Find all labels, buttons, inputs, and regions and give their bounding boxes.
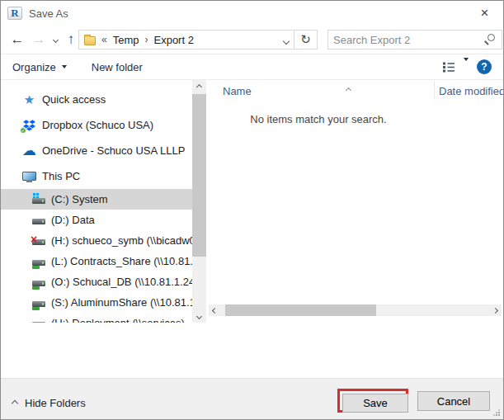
view-mode-chevron-icon[interactable] <box>464 61 469 73</box>
window-title: Save As <box>29 7 68 20</box>
hide-folders-button[interactable]: Hide Folders <box>12 397 86 409</box>
scroll-left-icon[interactable] <box>209 304 221 316</box>
sidebar-item-label: Quick access <box>42 93 106 106</box>
annotation-box-save: Save <box>337 389 408 413</box>
sidebar-item-drive-l[interactable]: (L:) Contracts_Share (\\10.81.1.244) <box>1 251 192 271</box>
sidebar-item-label: (H:) schueco_symb (\\bicadw01.bi <box>51 234 192 247</box>
organize-button[interactable]: Organize <box>12 61 67 73</box>
search-box <box>327 30 502 50</box>
sidebar-item-drive-o[interactable]: (O:) Schucal_DB (\\10.81.1.244) <box>1 271 192 292</box>
sidebar-item-dropbox[interactable]: ✓ Dropbox (Schuco USA) <box>1 112 192 138</box>
dialog-footer: Hide Folders Save Cancel <box>1 378 503 419</box>
scrollbar-track[interactable] <box>221 304 489 316</box>
sidebar-item-label: (L:) Contracts_Share (\\10.81.1.244) <box>51 255 192 267</box>
cancel-button[interactable]: Cancel <box>417 391 490 411</box>
sort-ascending-icon[interactable] <box>346 83 351 95</box>
folder-icon <box>84 36 96 45</box>
scroll-down-icon[interactable] <box>192 309 206 323</box>
drive-icon <box>32 214 46 227</box>
organize-label: Organize <box>12 61 56 73</box>
refresh-icon[interactable]: ↻ <box>294 30 318 50</box>
breadcrumb-overflow[interactable]: « <box>101 34 107 45</box>
file-fields-section: File name: Save as type: Revit Family (*… <box>1 323 503 378</box>
column-header-date-modified[interactable]: Date modified <box>439 85 504 97</box>
quick-access-icon: ★ <box>22 92 36 106</box>
revit-app-icon: R <box>7 7 22 20</box>
breadcrumb[interactable]: « Temp › Export 2 <box>78 30 294 50</box>
this-pc-monitor-icon <box>22 170 36 183</box>
sidebar-item-label: This PC <box>42 170 80 182</box>
view-mode-icon[interactable] <box>442 62 455 73</box>
sidebar-item-label: Dropbox (Schuco USA) <box>42 119 153 131</box>
navigation-bar: ← → ↑ « Temp › Export 2 ↻ <box>1 26 503 54</box>
column-header-row: Name Date modified <box>206 80 503 101</box>
sidebar-item-onedrive[interactable]: ☁ OneDrive - Schuco USA LLLP <box>1 138 192 163</box>
sidebar-item-label: (C:) System <box>51 193 108 205</box>
scroll-up-icon[interactable] <box>192 80 206 93</box>
sidebar-item-label: (O:) Schucal_DB (\\10.81.1.244) <box>51 276 192 288</box>
sidebar-item-drive-h[interactable]: × (H:) schueco_symb (\\bicadw01.bi <box>1 230 192 251</box>
new-folder-button[interactable]: New folder <box>92 61 143 73</box>
network-drive-icon <box>32 276 46 289</box>
sidebar-item-label: (S:) AluminumShare (\\10.81.1.244 <box>51 296 192 309</box>
system-drive-icon <box>32 193 46 206</box>
sidebar-item-label: OneDrive - Schuco USA LLLP <box>42 144 185 157</box>
scrollbar-thumb[interactable] <box>225 304 376 316</box>
sidebar-item-drive-s[interactable]: (S:) AluminumShare (\\10.81.1.244 <box>1 292 192 313</box>
column-header-name[interactable]: Name <box>223 85 252 97</box>
sync-ok-badge-icon: ✓ <box>20 127 26 134</box>
sidebar-item-label: (D:) Data <box>51 214 95 226</box>
help-icon[interactable]: ? <box>477 59 492 74</box>
resize-grip[interactable] <box>492 408 500 416</box>
navigation-pane: ★ Quick access ✓ Dropbox (Schuco USA) <box>1 80 192 323</box>
onedrive-cloud-icon: ☁ <box>22 144 36 158</box>
empty-results-message: No items match your search. <box>206 113 431 125</box>
search-input[interactable] <box>328 31 484 48</box>
scroll-right-icon[interactable] <box>489 304 502 316</box>
address-dropdown-chevron-icon[interactable] <box>284 34 289 46</box>
title-bar: R Save As × <box>1 1 503 26</box>
file-list-pane: Name Date modified No items match your s… <box>206 80 503 323</box>
sidebar-item-quick-access[interactable]: ★ Quick access <box>1 87 192 112</box>
sidebar-item-drive-c[interactable]: (C:) System <box>1 189 192 210</box>
hide-folders-chevron-icon <box>12 399 18 406</box>
breadcrumb-item-temp[interactable]: Temp <box>113 34 139 46</box>
network-drive-icon <box>32 255 46 268</box>
sidebar-scrollbar[interactable] <box>192 80 206 323</box>
sidebar-item-label: (U:) Deployment (\\services) <box>51 317 185 323</box>
organize-dropdown-icon <box>62 65 67 68</box>
forward-icon: → <box>29 26 49 54</box>
sidebar-item-drive-d[interactable]: (D:) Data <box>1 210 192 230</box>
dialog-body: ★ Quick access ✓ Dropbox (Schuco USA) <box>1 80 503 323</box>
new-folder-label: New folder <box>92 61 143 73</box>
breadcrumb-item-export2[interactable]: Export 2 <box>153 34 193 46</box>
close-icon[interactable]: × <box>466 1 503 26</box>
back-icon[interactable]: ← <box>7 26 27 54</box>
command-toolbar: Organize New folder ? <box>1 54 503 80</box>
search-icon[interactable] <box>484 34 496 45</box>
file-list-horizontal-scrollbar[interactable] <box>209 304 502 316</box>
breadcrumb-separator-icon: › <box>144 34 148 45</box>
recent-locations-chevron-icon[interactable] <box>49 26 62 54</box>
dropbox-icon: ✓ <box>22 118 36 132</box>
disconnected-network-drive-icon: × <box>32 234 46 248</box>
save-as-dialog: R Save As × ← → ↑ « Temp › Export 2 ↻ Or… <box>0 0 504 420</box>
save-button[interactable]: Save <box>342 394 408 413</box>
up-icon[interactable]: ↑ <box>62 26 80 54</box>
scrollbar-thumb[interactable] <box>192 94 206 257</box>
column-divider[interactable] <box>434 82 435 100</box>
network-drive-icon <box>32 317 46 323</box>
network-drive-icon <box>32 296 46 309</box>
sidebar-item-this-pc[interactable]: This PC <box>1 163 192 189</box>
hide-folders-label: Hide Folders <box>25 397 86 409</box>
sidebar-item-drive-u[interactable]: (U:) Deployment (\\services) <box>1 313 192 323</box>
